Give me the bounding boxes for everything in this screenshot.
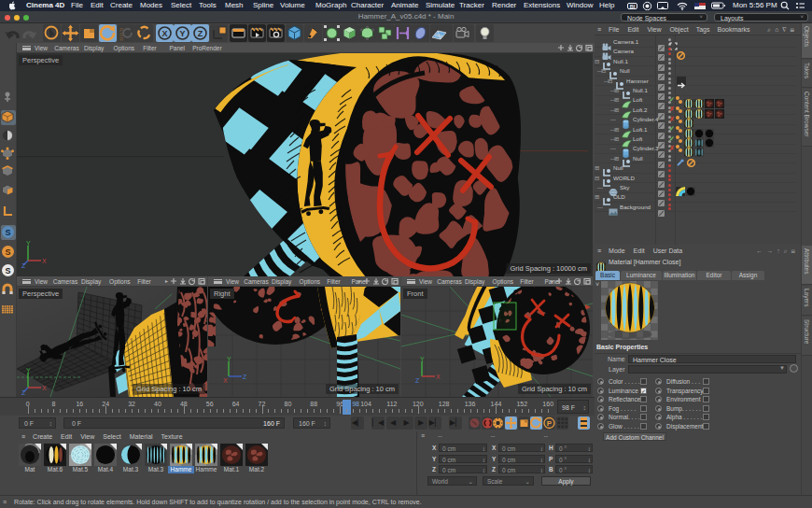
svg-text:Y: Y xyxy=(26,240,31,247)
svg-text:X: X xyxy=(42,258,47,264)
svg-text:S: S xyxy=(5,266,10,275)
svg-text:Z: Z xyxy=(198,29,203,38)
svg-text:X: X xyxy=(223,377,228,384)
svg-text:P: P xyxy=(547,419,553,428)
svg-text:X: X xyxy=(436,374,441,380)
svg-text:Y: Y xyxy=(26,367,31,374)
svg-text:Z: Z xyxy=(21,389,26,395)
svg-text:Z: Z xyxy=(415,377,420,384)
svg-text:S: S xyxy=(5,228,10,237)
svg-text:X: X xyxy=(161,29,167,38)
svg-text:Y: Y xyxy=(420,356,425,362)
svg-text:Y: Y xyxy=(227,356,231,362)
svg-text:R: R xyxy=(119,36,124,42)
svg-text:S: S xyxy=(5,247,10,257)
svg-text:Y: Y xyxy=(179,29,185,38)
svg-text:X: X xyxy=(42,385,47,391)
svg-text:Z: Z xyxy=(21,262,26,268)
svg-text:Z: Z xyxy=(243,374,247,380)
